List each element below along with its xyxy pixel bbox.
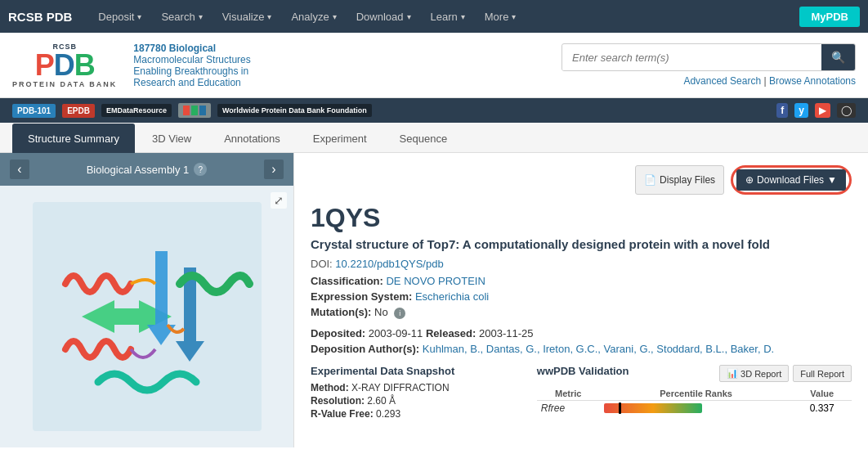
tab-sequence[interactable]: Sequence: [384, 124, 463, 153]
assembly-title: Biological Assembly 1 ?: [87, 163, 208, 176]
details-panel: 📄 Display Files ⊕ Download Files ▼ 1QYS …: [294, 153, 868, 447]
header-logo-area: RCSB PDB PROTEIN DATA BANK 187780 Biolog…: [12, 43, 251, 88]
full-report-button[interactable]: Full Report: [793, 365, 852, 382]
metric-name: Rfree: [537, 401, 600, 416]
search-button[interactable]: 🔍: [821, 44, 855, 70]
structure-viewer: ⤢: [0, 186, 293, 447]
tab-experiment[interactable]: Experiment: [298, 124, 383, 153]
assembly-header: ‹ Biological Assembly 1 ? ›: [0, 153, 293, 186]
assembly-next-button[interactable]: ›: [264, 160, 284, 179]
structure-panel: ‹ Biological Assembly 1 ? › ⤢: [0, 153, 294, 447]
advanced-search-link[interactable]: Advanced Search: [683, 75, 761, 87]
partner-bar: PDB-101 EPDB EMDataResource Worldwide Pr…: [0, 98, 868, 123]
protein-structure-svg: [33, 202, 262, 431]
authors-line: Deposition Author(s): Kuhlman, B., Danta…: [311, 343, 852, 355]
top-nav: RCSB PDB Deposit ▾ Search ▾ Visualize ▾ …: [0, 0, 868, 33]
value-header: Value: [792, 387, 852, 401]
nav-download[interactable]: Download ▾: [347, 0, 421, 33]
browse-annotations-link[interactable]: Browse Annotations: [769, 75, 856, 87]
display-files-button[interactable]: 📄 Display Files: [635, 165, 724, 195]
facebook-icon[interactable]: f: [776, 103, 788, 118]
chevron-down-icon: ▾: [267, 12, 271, 21]
download-highlight: ⊕ Download Files ▼: [731, 165, 852, 195]
youtube-icon[interactable]: ▶: [815, 103, 830, 118]
expression-line: Expression System: Escherichia coli: [311, 290, 852, 303]
validation-table: Metric Percentile Ranks Value Rfree: [537, 387, 852, 416]
authors-link[interactable]: Kuhlman, B., Dantas, G., Ireton, G.C., V…: [423, 343, 774, 355]
report-icon: 📊: [727, 368, 738, 379]
structure-title: Crystal structure of Top7: A computation…: [311, 237, 852, 251]
assembly-help-icon[interactable]: ?: [194, 163, 207, 176]
tab-3d-view[interactable]: 3D View: [136, 124, 207, 153]
pdb-logo-text: PDB: [35, 51, 95, 80]
chevron-down-icon: ▾: [407, 12, 411, 21]
chevron-down-icon: ▾: [333, 12, 337, 21]
chevron-down-icon: ▾: [512, 12, 516, 21]
content-area: ‹ Biological Assembly 1 ? › ⤢: [0, 153, 868, 447]
partner-wwpdb[interactable]: [178, 103, 211, 118]
twitter-icon[interactable]: y: [794, 103, 808, 118]
site-logo: RCSB PDB: [8, 10, 72, 24]
chevron-down-icon: ▾: [199, 12, 203, 21]
nav-analyze[interactable]: Analyze ▾: [281, 0, 346, 33]
nav-deposit[interactable]: Deposit ▾: [88, 0, 151, 33]
nav-learn[interactable]: Learn ▾: [421, 0, 475, 33]
percentile-header: Percentile Ranks: [600, 387, 793, 401]
social-icons: f y ▶ ◯: [776, 103, 856, 118]
tab-structure-summary[interactable]: Structure Summary: [12, 124, 135, 153]
classification-line: Classification: DE NOVO PROTEIN: [311, 275, 852, 287]
wwpdb-validation: wwPDB Validation 📊 3D Report Full Report: [537, 365, 852, 421]
file-icon: 📄: [644, 174, 656, 186]
mypdb-button[interactable]: MyPDB: [799, 7, 860, 27]
validation-header: wwPDB Validation 📊 3D Report Full Report: [537, 365, 852, 382]
details-toolbar: 📄 Display Files ⊕ Download Files ▼: [311, 165, 852, 195]
method-line: Method: X-RAY DIFFRACTION: [311, 382, 521, 393]
chevron-down-icon: ▾: [137, 12, 141, 21]
tabs-bar: Structure Summary 3D View Annotations Ex…: [0, 123, 868, 153]
tab-annotations[interactable]: Annotations: [208, 124, 296, 153]
protein-data-bank-label: PROTEIN DATA BANK: [12, 80, 117, 88]
partner-epdb[interactable]: EPDB: [62, 104, 95, 118]
doi-line: DOI: 10.2210/pdb1QYS/pdb: [311, 258, 852, 270]
nav-more[interactable]: More ▾: [475, 0, 526, 33]
nav-items: Deposit ▾ Search ▾ Visualize ▾ Analyze ▾…: [88, 0, 799, 33]
mutation-line: Mutation(s): No i: [311, 306, 852, 319]
header-banner: RCSB PDB PROTEIN DATA BANK 187780 Biolog…: [0, 33, 868, 98]
header-search-area: 🔍 Advanced Search | Browse Annotations: [562, 43, 856, 87]
resolution-line: Resolution: 2.60 Å: [311, 395, 521, 407]
assembly-prev-button[interactable]: ‹: [10, 160, 29, 179]
metric-value: 0.337: [792, 401, 852, 416]
metric-bar: [604, 403, 702, 413]
3d-report-button[interactable]: 📊 3D Report: [719, 365, 789, 382]
doi-link[interactable]: 10.2210/pdb1QYS/pdb: [335, 258, 443, 270]
partner-pdb101[interactable]: PDB-101: [12, 104, 56, 118]
download-files-button[interactable]: ⊕ Download Files ▼: [736, 169, 846, 191]
partner-em[interactable]: EMDataResource: [101, 104, 172, 117]
search-input[interactable]: [562, 45, 821, 70]
structure-id: 1QYS: [311, 203, 852, 233]
metric-header: Metric: [537, 387, 600, 401]
expand-icon[interactable]: ⤢: [271, 192, 287, 209]
pdb-logo: RCSB PDB PROTEIN DATA BANK: [12, 43, 117, 88]
experimental-snapshot: Experimental Data Snapshot Method: X-RAY…: [311, 365, 521, 421]
rvalue-line: R-Value Free: 0.293: [311, 408, 521, 420]
bottom-section: Experimental Data Snapshot Method: X-RAY…: [311, 365, 852, 421]
chevron-down-icon: ▾: [461, 12, 465, 21]
nav-search[interactable]: Search ▾: [151, 0, 212, 33]
download-icon: ⊕: [745, 174, 754, 186]
header-tagline: 187780 Biological Macromolecular Structu…: [133, 43, 250, 88]
info-icon: i: [394, 308, 405, 319]
github-icon[interactable]: ◯: [837, 103, 856, 118]
nav-visualize[interactable]: Visualize ▾: [213, 0, 282, 33]
percentile-bar: [600, 401, 793, 416]
search-links: Advanced Search | Browse Annotations: [683, 75, 856, 87]
search-bar: 🔍: [562, 43, 856, 71]
table-row: Rfree 0.337: [537, 401, 852, 416]
deposited-line: Deposited: 2003-09-11 Released: 2003-11-…: [311, 327, 852, 339]
chevron-down-icon: ▼: [827, 174, 837, 186]
partner-wpdb[interactable]: Worldwide Protein Data Bank Foundation: [217, 104, 372, 117]
